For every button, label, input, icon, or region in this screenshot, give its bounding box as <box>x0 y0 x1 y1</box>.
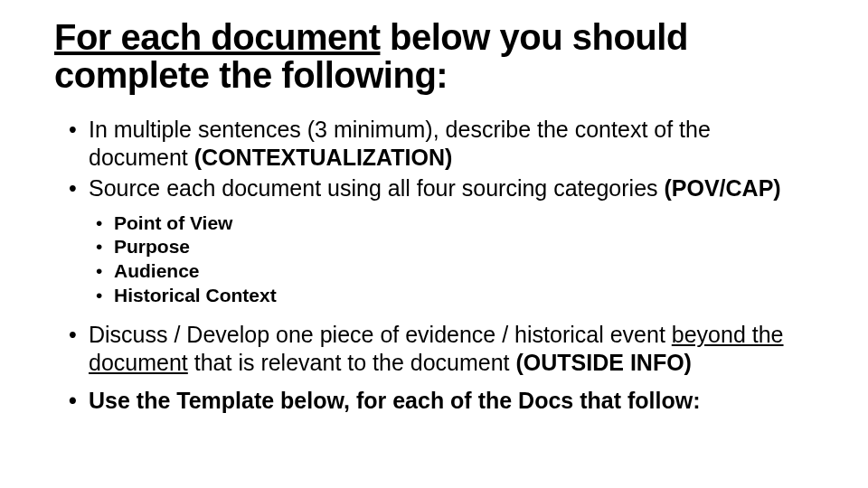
slide: For each document below you should compl… <box>0 0 868 488</box>
bullet-lead: Source each document using all four sour… <box>89 175 664 201</box>
title-underlined: For each document <box>54 17 380 57</box>
sub-purpose: Purpose <box>96 235 814 259</box>
bullet-outside-info: Discuss / Develop one piece of evidence … <box>69 321 814 376</box>
bullet-lead: Discuss / Develop one piece of evidence … <box>89 322 672 347</box>
bullet-strong: (POV/CAP) <box>664 175 780 201</box>
sub-point-of-view: Point of View <box>96 211 814 236</box>
bullet-strong: (CONTEXTUALIZATION) <box>194 145 453 170</box>
bullet-contextualization: In multiple sentences (3 minimum), descr… <box>69 116 814 171</box>
bullet-template: Use the Template below, for each of the … <box>69 387 814 415</box>
bullet-list-level2: Point of View Purpose Audience Historica… <box>54 211 814 309</box>
bullet-strong: (OUTSIDE INFO) <box>516 350 692 375</box>
slide-title: For each document below you should compl… <box>54 18 814 94</box>
bullet-mid: that is relevant to the document <box>188 350 516 375</box>
bullet-list-level1-continued: Discuss / Develop one piece of evidence … <box>54 321 814 415</box>
bullet-text: Use the Template below, for each of the … <box>89 388 700 413</box>
bullet-sourcing: Source each document using all four sour… <box>69 174 814 202</box>
sub-historical-context: Historical Context <box>96 284 814 308</box>
sub-audience: Audience <box>96 259 814 284</box>
bullet-list-level1: In multiple sentences (3 minimum), descr… <box>54 116 814 202</box>
